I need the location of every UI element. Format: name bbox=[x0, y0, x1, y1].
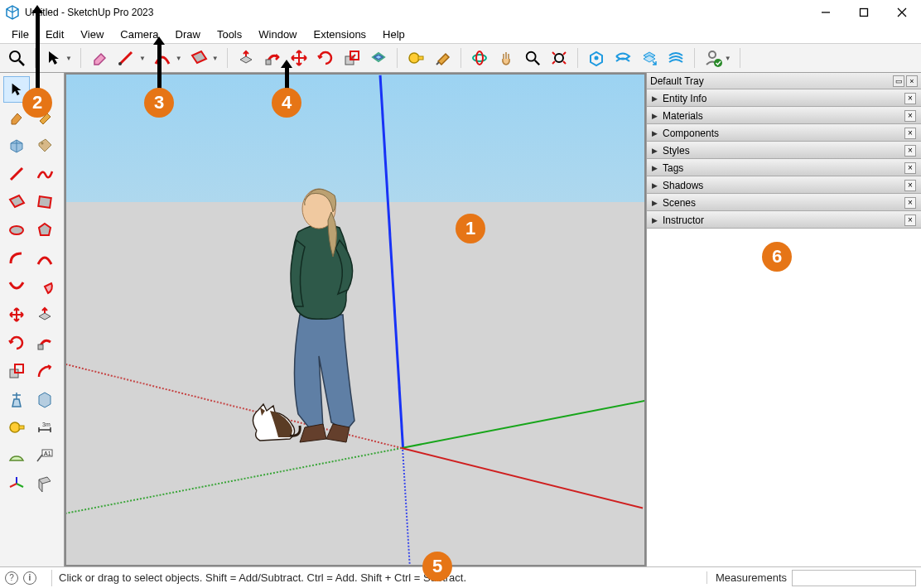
ext-warehouse-icon[interactable] bbox=[613, 48, 633, 68]
stack-icon[interactable] bbox=[666, 48, 686, 68]
measurements-input[interactable] bbox=[792, 570, 916, 586]
position-camera-tool[interactable] bbox=[3, 386, 30, 412]
arc2-tool[interactable] bbox=[31, 245, 58, 272]
panel-instructor[interactable]: ▶Instructor× bbox=[647, 211, 921, 229]
pushpull-tool[interactable] bbox=[31, 301, 58, 328]
magnify-icon[interactable] bbox=[523, 48, 542, 68]
svg-point-17 bbox=[594, 56, 598, 60]
polygon-tool[interactable] bbox=[31, 217, 58, 243]
rectangle-icon[interactable] bbox=[189, 48, 209, 68]
move-tool[interactable] bbox=[3, 301, 30, 328]
panel-close-icon[interactable]: × bbox=[904, 162, 916, 174]
menu-edit[interactable]: Edit bbox=[37, 27, 72, 42]
scale-tool[interactable] bbox=[3, 358, 30, 384]
line-tool[interactable] bbox=[3, 161, 30, 187]
pie-tool[interactable] bbox=[31, 273, 58, 300]
tape-tool[interactable] bbox=[3, 414, 30, 441]
eraser-icon[interactable] bbox=[89, 48, 109, 68]
section-tool[interactable] bbox=[31, 470, 58, 497]
scale-icon[interactable] bbox=[342, 48, 362, 68]
measure-group bbox=[406, 48, 452, 68]
svg-point-6 bbox=[118, 62, 122, 65]
rotate-icon[interactable] bbox=[316, 48, 335, 68]
dropdown-icon[interactable]: ▼ bbox=[65, 55, 72, 62]
arc3-tool[interactable] bbox=[3, 273, 30, 300]
scale-figure[interactable] bbox=[240, 182, 406, 464]
rotated-rect-tool[interactable] bbox=[31, 189, 58, 215]
panel-close-icon[interactable]: × bbox=[904, 110, 916, 122]
pushpull-icon[interactable] bbox=[236, 48, 256, 68]
3dwarehouse-icon[interactable] bbox=[586, 48, 606, 68]
offset-icon[interactable] bbox=[369, 48, 388, 68]
arc-icon[interactable] bbox=[152, 48, 172, 68]
tray-pin-icon[interactable]: ▭ bbox=[893, 75, 904, 87]
minimize-button[interactable] bbox=[807, 0, 845, 25]
callout-3: 3 bbox=[144, 88, 174, 118]
tray-title: Default Tray bbox=[650, 75, 704, 87]
menu-tools[interactable]: Tools bbox=[209, 27, 250, 42]
offset-tool[interactable] bbox=[31, 358, 58, 384]
svg-point-13 bbox=[476, 51, 483, 65]
tray-close-icon[interactable]: × bbox=[906, 75, 918, 87]
info-icon[interactable]: ? bbox=[5, 571, 18, 585]
followme-icon[interactable] bbox=[263, 48, 282, 68]
help-icon[interactable]: i bbox=[23, 571, 36, 585]
zoom-icon[interactable] bbox=[7, 48, 27, 68]
pan-icon[interactable] bbox=[496, 48, 516, 68]
menu-view[interactable]: View bbox=[72, 27, 112, 42]
panel-close-icon[interactable]: × bbox=[904, 214, 916, 226]
panel-shadows[interactable]: ▶Shadows× bbox=[647, 176, 921, 194]
dropdown-icon[interactable]: ▼ bbox=[176, 55, 182, 62]
select-icon[interactable] bbox=[44, 48, 64, 68]
svg-point-4 bbox=[10, 51, 20, 61]
camera-group bbox=[470, 48, 569, 68]
dimension-tool[interactable]: 3m bbox=[31, 414, 58, 441]
callout-6: 6 bbox=[762, 242, 792, 272]
panel-entity-info[interactable]: ▶Entity Info× bbox=[647, 89, 921, 107]
menu-extensions[interactable]: Extensions bbox=[306, 27, 375, 42]
panel-close-icon[interactable]: × bbox=[904, 197, 916, 209]
rotate-tool[interactable] bbox=[3, 330, 30, 356]
menu-help[interactable]: Help bbox=[374, 27, 413, 42]
panel-materials[interactable]: ▶Materials× bbox=[647, 107, 921, 124]
line-icon[interactable] bbox=[116, 48, 136, 68]
layers-icon[interactable] bbox=[639, 48, 659, 68]
dropdown-icon[interactable]: ▼ bbox=[725, 55, 731, 62]
close-button[interactable] bbox=[883, 0, 921, 25]
user-icon[interactable] bbox=[703, 48, 723, 68]
svg-point-22 bbox=[10, 226, 23, 234]
panel-close-icon[interactable]: × bbox=[904, 180, 916, 191]
panel-close-icon[interactable]: × bbox=[904, 93, 916, 104]
maximize-button[interactable] bbox=[845, 0, 883, 25]
panel-components[interactable]: ▶Components× bbox=[647, 124, 921, 142]
tag-tool[interactable] bbox=[31, 133, 58, 159]
zoom-extents-icon[interactable] bbox=[549, 48, 569, 68]
dropdown-icon[interactable]: ▼ bbox=[139, 55, 146, 62]
menu-window[interactable]: Window bbox=[250, 27, 305, 42]
tape-icon[interactable] bbox=[406, 48, 426, 68]
tray-header[interactable]: Default Tray ▭ × bbox=[647, 73, 921, 89]
rectangle-tool[interactable] bbox=[3, 189, 30, 215]
panel-close-icon[interactable]: × bbox=[904, 145, 916, 157]
axes-tool[interactable] bbox=[3, 470, 30, 497]
panel-scenes[interactable]: ▶Scenes× bbox=[647, 194, 921, 211]
panel-close-icon[interactable]: × bbox=[904, 128, 916, 139]
freehand-tool[interactable] bbox=[31, 161, 58, 187]
dropdown-icon[interactable]: ▼ bbox=[212, 55, 219, 62]
panel-tags[interactable]: ▶Tags× bbox=[647, 159, 921, 176]
circle-tool[interactable] bbox=[3, 217, 30, 243]
menu-file[interactable]: File bbox=[3, 27, 37, 42]
panel-styles[interactable]: ▶Styles× bbox=[647, 142, 921, 159]
look-around-tool[interactable] bbox=[31, 386, 58, 412]
protractor-tool[interactable] bbox=[3, 442, 30, 469]
svg-point-16 bbox=[555, 54, 563, 62]
paint-icon[interactable] bbox=[432, 48, 452, 68]
arc-tool[interactable] bbox=[3, 245, 30, 272]
menu-draw[interactable]: Draw bbox=[167, 27, 209, 42]
viewport[interactable] bbox=[65, 73, 646, 566]
followme-tool[interactable] bbox=[31, 330, 58, 356]
text-tool[interactable]: A1 bbox=[31, 442, 58, 469]
orbit-icon[interactable] bbox=[470, 48, 489, 68]
component-tool[interactable] bbox=[3, 133, 30, 159]
svg-point-26 bbox=[10, 422, 20, 432]
